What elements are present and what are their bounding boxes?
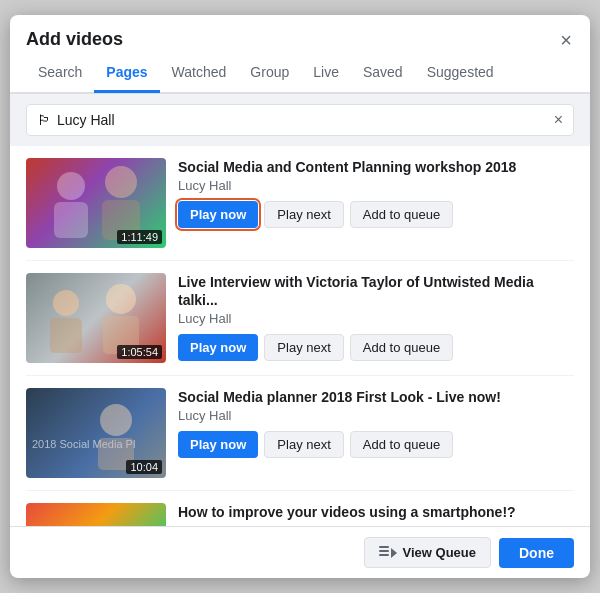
video-thumbnail: 1:11:49 <box>26 158 166 248</box>
video-title: Social Media planner 2018 First Look - L… <box>178 388 574 406</box>
video-actions: Play now Play next Add to queue <box>178 431 574 458</box>
video-author: Lucy Hall <box>178 311 574 326</box>
page-icon: 🏳 <box>37 112 51 128</box>
search-input-wrap: 🏳 × <box>26 104 574 136</box>
add-to-queue-button[interactable]: Add to queue <box>350 334 453 361</box>
svg-marker-17 <box>391 548 397 558</box>
view-queue-button[interactable]: View Queue <box>364 537 491 568</box>
svg-rect-15 <box>379 550 389 552</box>
video-author: Lucy Hall <box>178 178 574 193</box>
video-actions: Play now Play next Add to queue <box>178 201 574 228</box>
video-item: 1:11:49 Social Media and Content Plannin… <box>26 146 574 261</box>
video-duration: 10:04 <box>126 460 162 474</box>
tab-pages[interactable]: Pages <box>94 54 159 93</box>
svg-point-0 <box>57 172 85 200</box>
video-author: Lucy Hall <box>178 523 574 526</box>
video-info: How to improve your videos using a smart… <box>178 503 574 526</box>
video-title: How to improve your videos using a smart… <box>178 503 574 521</box>
video-duration: 1:11:49 <box>117 230 162 244</box>
tab-watched[interactable]: Watched <box>160 54 239 93</box>
svg-rect-14 <box>379 546 389 548</box>
thumb-overlay: 1 D! <box>26 503 166 526</box>
video-info: Social Media planner 2018 First Look - L… <box>178 388 574 458</box>
video-author: Lucy Hall <box>178 408 574 423</box>
video-item: 2018 Social Media Pl 10:04 Social Media … <box>26 376 574 491</box>
video-list: 1:11:49 Social Media and Content Plannin… <box>10 146 590 526</box>
video-info: Social Media and Content Planning worksh… <box>178 158 574 228</box>
svg-point-4 <box>53 290 79 316</box>
search-input[interactable] <box>57 112 554 128</box>
clear-search-button[interactable]: × <box>554 111 563 129</box>
queue-icon <box>379 546 397 560</box>
close-button[interactable]: × <box>558 30 574 50</box>
modal-title: Add videos <box>26 29 123 50</box>
video-duration: 1:05:54 <box>117 345 162 359</box>
add-videos-modal: Add videos × Search Pages Watched Group … <box>10 15 590 578</box>
video-title: Live Interview with Victoria Taylor of U… <box>178 273 574 309</box>
svg-rect-1 <box>54 202 88 238</box>
play-next-button[interactable]: Play next <box>264 201 343 228</box>
svg-rect-16 <box>379 554 389 556</box>
video-title: Social Media and Content Planning worksh… <box>178 158 574 176</box>
search-bar: 🏳 × <box>10 93 590 146</box>
add-to-queue-button[interactable]: Add to queue <box>350 431 453 458</box>
play-next-button[interactable]: Play next <box>264 334 343 361</box>
modal-footer: View Queue Done <box>10 526 590 578</box>
video-info: Live Interview with Victoria Taylor of U… <box>178 273 574 361</box>
video-item: 1:05:54 Live Interview with Victoria Tay… <box>26 261 574 376</box>
modal-header: Add videos × <box>10 15 590 50</box>
play-now-button[interactable]: Play now <box>178 201 258 228</box>
play-now-button[interactable]: Play now <box>178 431 258 458</box>
view-queue-label: View Queue <box>403 545 476 560</box>
svg-point-6 <box>106 284 136 314</box>
video-actions: Play now Play next Add to queue <box>178 334 574 361</box>
video-item: 1 D! How to improve your videos using a … <box>26 491 574 526</box>
add-to-queue-button[interactable]: Add to queue <box>350 201 453 228</box>
play-next-button[interactable]: Play next <box>264 431 343 458</box>
video-thumbnail: 2018 Social Media Pl 10:04 <box>26 388 166 478</box>
tab-suggested[interactable]: Suggested <box>415 54 506 93</box>
svg-rect-5 <box>50 318 82 353</box>
done-button[interactable]: Done <box>499 538 574 568</box>
tab-group[interactable]: Group <box>238 54 301 93</box>
video-thumbnail: 1:05:54 <box>26 273 166 363</box>
thumb-visual: 1 D! <box>26 503 166 526</box>
tab-saved[interactable]: Saved <box>351 54 415 93</box>
tab-bar: Search Pages Watched Group Live Saved Su… <box>10 54 590 93</box>
tab-search[interactable]: Search <box>26 54 94 93</box>
video-thumbnail: 1 D! <box>26 503 166 526</box>
tab-live[interactable]: Live <box>301 54 351 93</box>
svg-point-9 <box>100 404 132 436</box>
play-now-button[interactable]: Play now <box>178 334 258 361</box>
svg-point-2 <box>105 166 137 198</box>
